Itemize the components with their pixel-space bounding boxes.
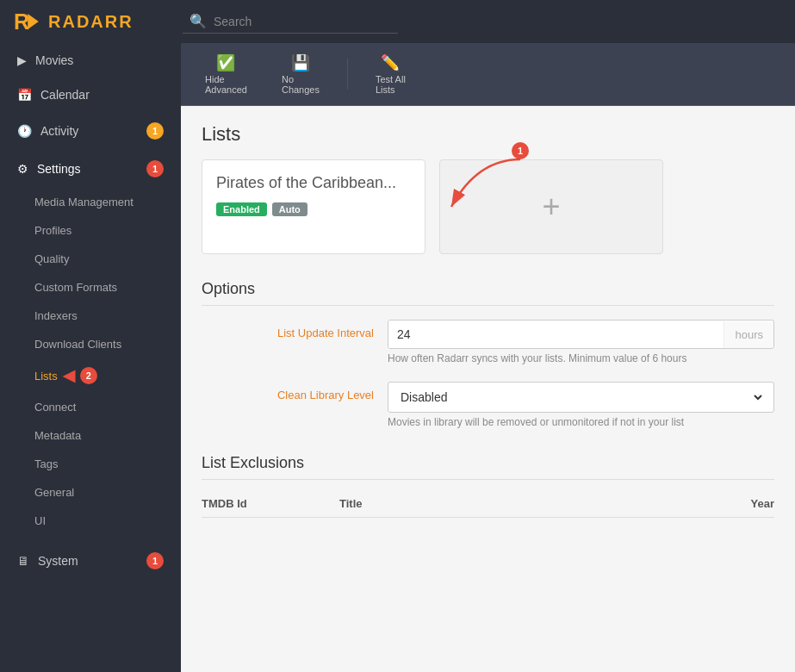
monitor-icon: 🖥: [17, 554, 29, 568]
sidebar-sub-metadata[interactable]: Metadata: [0, 421, 181, 450]
list-update-hint: How often Radarr syncs with your lists. …: [388, 352, 774, 364]
clean-library-select-wrap[interactable]: Disabled: [388, 382, 774, 413]
sidebar-sub-tags[interactable]: Tags: [0, 450, 181, 478]
sidebar-label-system: System: [38, 554, 78, 568]
col-header-year: Year: [688, 497, 774, 510]
svg-marker-1: [28, 14, 39, 29]
col-header-tmdb: TMDB Id: [202, 497, 339, 510]
main-content: ✅ Hide Advanced 💾 No Changes ✏️ Test All…: [181, 43, 795, 672]
list-update-label: List Update Interval: [202, 320, 374, 339]
add-list-button[interactable]: +: [439, 159, 663, 254]
clean-library-select[interactable]: Disabled: [397, 389, 765, 405]
annotation-badge-2: 2: [80, 367, 97, 384]
list-card-title: Pirates of the Caribbean...: [216, 174, 411, 192]
calendar-icon: 📅: [17, 88, 32, 102]
no-changes-button[interactable]: 💾 No Changes: [271, 48, 330, 100]
logo-text: RADARR: [48, 12, 134, 32]
sidebar-label-settings: Settings: [37, 162, 81, 176]
sidebar-item-activity[interactable]: 🕐 Activity 1: [0, 112, 181, 150]
movies-icon: ▶: [17, 53, 27, 67]
search-icon: 🔍: [189, 13, 207, 29]
plus-icon: +: [542, 189, 560, 225]
col-header-title: Title: [339, 497, 688, 510]
clock-icon: 🕐: [17, 124, 32, 138]
page-content: Lists Pirates of the Caribbean... Enable…: [181, 106, 795, 672]
options-title: Options: [202, 280, 774, 306]
hide-advanced-button[interactable]: ✅ Hide Advanced: [195, 48, 258, 100]
gear-icon: ⚙: [17, 162, 28, 176]
toolbar: ✅ Hide Advanced 💾 No Changes ✏️ Test All…: [181, 43, 795, 106]
sidebar-item-calendar[interactable]: 📅 Calendar: [0, 78, 181, 112]
list-update-row: List Update Interval 24 hours How often …: [202, 320, 774, 364]
hide-advanced-icon: ✅: [216, 53, 235, 72]
sidebar-sub-lists[interactable]: Lists ◀ 2: [0, 358, 181, 393]
sidebar-sub-custom-formats[interactable]: Custom Formats: [0, 273, 181, 302]
search-input[interactable]: [214, 15, 391, 28]
hours-suffix: hours: [724, 321, 773, 348]
app-logo: R RADARR: [14, 6, 169, 37]
sidebar-item-system[interactable]: 🖥 System 1: [0, 542, 181, 580]
sidebar-item-settings[interactable]: ⚙ Settings 1: [0, 150, 181, 188]
sidebar: ▶ Movies 📅 Calendar 🕐 Activity 1 ⚙ Setti…: [0, 43, 181, 672]
toolbar-divider: [347, 59, 348, 90]
sidebar-sub-profiles[interactable]: Profiles: [0, 216, 181, 245]
topbar: R RADARR 🔍: [0, 0, 795, 43]
arrow-left-icon: ◀: [63, 366, 75, 385]
list-update-control: 24 hours How often Radarr syncs with you…: [388, 320, 774, 364]
hide-advanced-label: Hide Advanced: [205, 74, 247, 95]
no-changes-label: No Changes: [282, 74, 320, 95]
sidebar-label-movies: Movies: [35, 53, 73, 67]
clean-library-row: Clean Library Level Disabled Movies in l…: [202, 382, 774, 428]
clean-library-hint: Movies in library will be removed or unm…: [388, 416, 774, 428]
options-section: Options List Update Interval 24 hours Ho…: [202, 280, 774, 428]
exclusions-section: List Exclusions TMDB Id Title Year: [202, 454, 774, 518]
test-all-lists-button[interactable]: ✏️ Test All Lists: [365, 48, 416, 100]
sidebar-sub-ui[interactable]: UI: [0, 507, 181, 535]
settings-badge: 1: [146, 160, 164, 177]
exclusions-title: List Exclusions: [202, 454, 774, 480]
list-update-input[interactable]: 24: [388, 320, 724, 348]
sidebar-label-calendar: Calendar: [40, 88, 90, 102]
exclusions-table-header: TMDB Id Title Year: [202, 490, 774, 518]
test-icon: ✏️: [381, 53, 400, 72]
sidebar-sub-connect[interactable]: Connect: [0, 393, 181, 421]
sidebar-item-movies[interactable]: ▶ Movies: [0, 43, 181, 78]
sidebar-sub-media-management[interactable]: Media Management: [0, 188, 181, 216]
clean-library-label: Clean Library Level: [202, 382, 374, 401]
system-badge: 1: [146, 552, 164, 569]
test-all-label: Test All Lists: [376, 74, 406, 95]
search-bar[interactable]: 🔍: [183, 9, 398, 34]
enabled-badge: Enabled: [216, 202, 267, 216]
activity-badge: 1: [146, 122, 164, 140]
list-card-pirates[interactable]: Pirates of the Caribbean... Enabled Auto: [202, 159, 425, 254]
badges-row: Enabled Auto: [216, 202, 411, 216]
auto-badge: Auto: [272, 202, 307, 216]
cards-row: Pirates of the Caribbean... Enabled Auto…: [202, 159, 774, 254]
sidebar-label-activity: Activity: [40, 124, 78, 138]
list-update-input-wrap: 24 hours: [388, 320, 774, 349]
sidebar-sub-download-clients[interactable]: Download Clients: [0, 330, 181, 358]
clean-library-control: Disabled Movies in library will be remov…: [388, 382, 774, 428]
lists-section-title: Lists: [202, 123, 774, 146]
sidebar-label-lists: Lists: [34, 370, 58, 383]
main-layout: ▶ Movies 📅 Calendar 🕐 Activity 1 ⚙ Setti…: [0, 43, 795, 672]
sidebar-sub-indexers[interactable]: Indexers: [0, 302, 181, 330]
sidebar-sub-quality[interactable]: Quality: [0, 245, 181, 273]
sidebar-sub-general[interactable]: General: [0, 478, 181, 507]
save-icon: 💾: [291, 53, 310, 72]
